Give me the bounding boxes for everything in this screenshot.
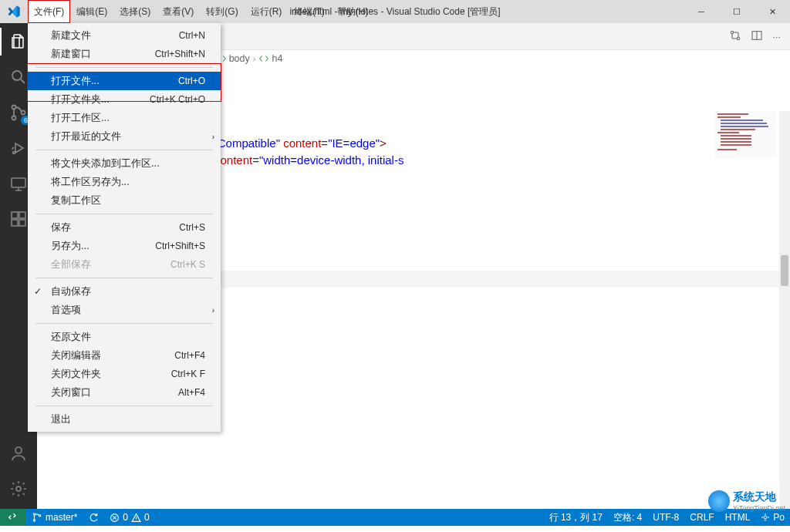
status-problems[interactable]: 0 0 [104,509,154,526]
menu-item-label: 将文件夹添加到工作区... [51,157,160,170]
svg-point-12 [731,31,733,33]
watermark-url: XiTongTianDi.net [733,504,785,512]
svg-point-4 [13,152,15,154]
svg-rect-26 [721,144,751,146]
menu-item-关闭文件夹[interactable]: 关闭文件夹Ctrl+K F [28,365,221,383]
extensions-icon[interactable] [8,208,29,230]
menu-go[interactable]: 转到(G) [200,0,244,23]
watermark-logo-icon [708,490,730,512]
watermark: 系统天地 XiTongTianDi.net [708,490,785,512]
svg-rect-18 [721,120,763,121]
status-indentation[interactable]: 空格: 4 [608,509,647,526]
svg-point-32 [764,516,767,519]
explorer-icon[interactable] [8,31,29,52]
menu-item-shortcut: Ctrl+Shift+S [155,241,205,251]
split-editor-icon[interactable] [751,29,763,44]
compare-changes-icon[interactable] [729,29,741,44]
breadcrumb-body[interactable]: body [216,53,250,64]
menu-item-label: 自动保存 [51,285,91,298]
svg-point-1 [12,106,16,109]
menu-separator [35,214,213,214]
menu-item-将文件夹添加到工作区[interactable]: 将文件夹添加到工作区... [28,154,221,173]
menu-item-打开文件夹[interactable]: 打开文件夹...Ctrl+K Ctrl+O [28,90,221,109]
accounts-icon[interactable] [8,443,29,464]
breadcrumb-h4[interactable]: h4 [258,53,282,64]
chevron-right-icon: › [253,54,256,63]
file-menu-dropdown: 新建文件Ctrl+N新建窗口Ctrl+Shift+N打开文件...Ctrl+O打… [28,23,221,432]
remote-indicator[interactable] [0,509,26,526]
svg-rect-19 [721,123,767,124]
menu-item-打开工作区[interactable]: 打开工作区... [28,109,221,127]
close-button[interactable]: ✕ [755,0,790,23]
menu-item-label: 关闭文件夹 [51,367,101,381]
menu-separator [35,323,213,324]
svg-rect-8 [19,220,25,226]
menu-separator [35,278,213,278]
svg-rect-7 [12,220,18,226]
window-title: index.html - my-notes - Visual Studio Co… [289,5,500,19]
svg-point-10 [15,447,22,453]
svg-rect-20 [721,126,768,127]
menu-item-新建窗口[interactable]: 新建窗口Ctrl+Shift+N [28,45,221,63]
menu-item-关闭窗口[interactable]: 关闭窗口Alt+F4 [28,383,221,402]
menu-item-自动保存[interactable]: ✓自动保存 [28,282,221,301]
menu-view[interactable]: 查看(V) [157,0,200,23]
menu-item-新建文件[interactable]: 新建文件Ctrl+N [28,26,221,45]
menu-file[interactable]: 文件(F) [28,0,70,23]
menu-item-保存[interactable]: 保存Ctrl+S [28,218,221,237]
minimap[interactable] [714,112,776,158]
menu-item-label: 新建文件 [51,29,91,42]
svg-rect-5 [12,178,25,187]
svg-point-3 [22,111,25,115]
menu-item-shortcut: Ctrl+K F [171,369,205,379]
menu-item-label: 打开工作区... [51,111,110,125]
svg-rect-25 [721,141,751,143]
remote-explorer-icon[interactable] [8,173,29,194]
menu-item-还原文件[interactable]: 还原文件 [28,328,221,346]
status-encoding[interactable]: UTF-8 [647,509,684,526]
menu-separator [35,67,213,68]
menu-run[interactable]: 运行(R) [245,0,289,23]
run-debug-icon[interactable] [8,137,29,159]
svg-rect-17 [717,116,741,118]
menu-item-label: 新建窗口 [51,47,91,61]
menu-item-全部保存[interactable]: 全部保存Ctrl+K S [28,255,221,274]
menu-item-打开文件[interactable]: 打开文件...Ctrl+O [28,72,221,90]
menu-item-label: 另存为... [51,239,89,253]
svg-rect-24 [721,138,751,140]
vertical-scrollbar[interactable] [779,111,790,509]
search-icon[interactable] [8,66,29,88]
svg-rect-16 [717,113,748,115]
menu-item-另存为[interactable]: 另存为...Ctrl+Shift+S [28,237,221,255]
menu-item-label: 打开文件夹... [51,93,110,106]
menu-item-复制工作区[interactable]: 复制工作区 [28,191,221,210]
svg-point-2 [12,116,16,120]
menu-item-shortcut: Ctrl+F4 [174,350,205,361]
status-cursor-position[interactable]: 行 13，列 17 [544,509,608,526]
menu-item-label: 首选项 [51,303,81,317]
menu-item-关闭编辑器[interactable]: 关闭编辑器Ctrl+F4 [28,346,221,365]
menu-item-退出[interactable]: 退出 [28,410,221,429]
menu-item-label: 打开文件... [51,74,100,88]
menu-separator [35,150,213,150]
minimize-button[interactable]: ─ [684,0,719,23]
svg-point-13 [737,37,739,39]
watermark-title: 系统天地 [733,490,785,504]
chevron-right-icon: › [212,133,214,141]
source-control-icon[interactable]: 6 [8,102,29,123]
menu-edit[interactable]: 编辑(E) [70,0,113,23]
scrollbar-thumb[interactable] [781,255,788,286]
menu-item-将工作区另存为[interactable]: 将工作区另存为... [28,173,221,191]
menu-item-首选项[interactable]: 首选项› [28,301,221,319]
menu-item-打开最近的文件[interactable]: 打开最近的文件› [28,127,221,146]
more-actions-icon[interactable]: ··· [772,31,781,42]
svg-rect-22 [717,132,739,133]
status-branch[interactable]: master* [26,509,83,526]
menu-selection[interactable]: 选择(S) [113,0,157,23]
maximize-button[interactable]: ☐ [719,0,755,23]
status-sync[interactable] [83,509,104,526]
svg-point-28 [33,513,35,515]
settings-icon[interactable] [8,478,29,500]
status-bar: master* 0 0 行 13，列 17 空格: 4 UTF-8 CRLF H… [0,509,790,526]
svg-point-29 [33,520,35,521]
